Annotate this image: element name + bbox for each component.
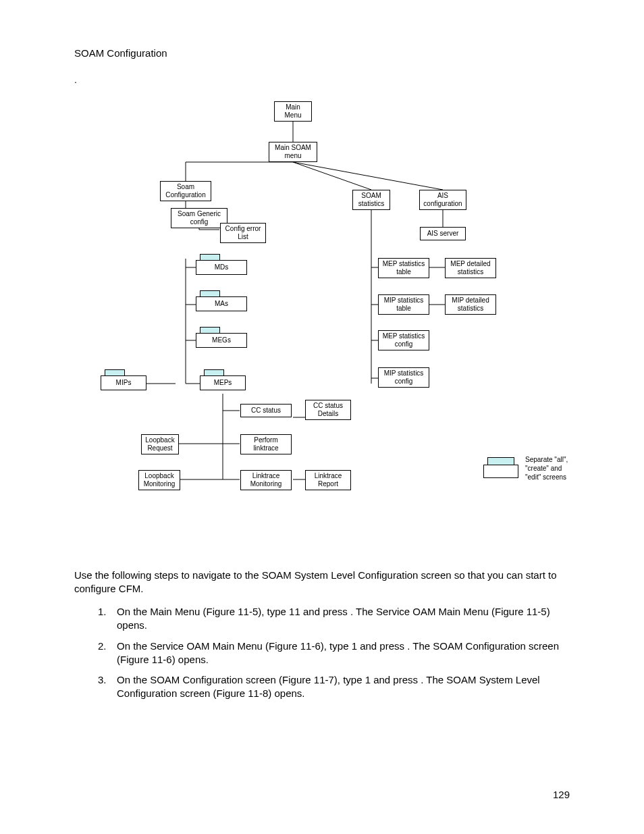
node-config-error-list: Config error List xyxy=(220,223,266,243)
node-main-soam-menu: Main SOAM menu xyxy=(269,142,317,162)
node-mep-statistics-table: MEP statistics table xyxy=(378,258,429,278)
node-mds: MDs xyxy=(196,260,247,275)
connector-lines xyxy=(0,95,644,513)
node-perform-linktrace: Perform linktrace xyxy=(240,434,292,454)
node-mip-statistics-table: MIP statistics table xyxy=(378,294,429,315)
node-megs: MEGs xyxy=(196,333,247,348)
node-mep-detailed-statistics: MEP detailed statistics xyxy=(445,258,496,278)
step-body: On the SOAM Configuration screen (Figure… xyxy=(117,673,574,701)
svg-line-3 xyxy=(293,162,443,190)
node-mep-statistics-config: MEP statistics config xyxy=(378,330,429,350)
menu-hierarchy-diagram: Main Menu Main SOAM menu Soam Configurat… xyxy=(0,95,644,500)
step-2: 2. On the Service OAM Main Menu (Figure … xyxy=(98,640,574,667)
node-main-menu: Main Menu xyxy=(274,101,312,122)
node-mip-statistics-config: MIP statistics config xyxy=(378,367,429,388)
node-ais-configuration: AIS configuration xyxy=(419,190,466,210)
node-linktrace-monitoring: Linktrace Monitoring xyxy=(240,470,292,490)
step-body: On the Main Menu (Figure 11-5), type 11 … xyxy=(117,605,574,633)
steps-list: 1. On the Main Menu (Figure 11-5), type … xyxy=(98,605,574,708)
node-soam-statistics: SOAM statistics xyxy=(352,190,390,210)
intro-paragraph: Use the following steps to navigate to t… xyxy=(74,569,574,596)
node-loopback-request: Loopback Request xyxy=(141,434,179,454)
step-3: 3. On the SOAM Configuration screen (Fig… xyxy=(98,673,574,701)
svg-line-2 xyxy=(293,162,371,190)
node-soam-generic-config: Soam Generic config xyxy=(171,208,227,228)
dot: . xyxy=(74,74,77,85)
legend-box xyxy=(483,465,518,478)
node-linktrace-report: Linktrace Report xyxy=(305,470,351,490)
node-cc-status: CC status xyxy=(240,404,292,417)
node-mips: MIPs xyxy=(101,375,146,390)
node-ais-server: AIS server xyxy=(420,227,466,240)
node-mip-detailed-statistics: MIP detailed statistics xyxy=(445,294,496,315)
step-number: 3. xyxy=(98,673,117,701)
section-title: SOAM Configuration xyxy=(74,47,167,59)
step-1: 1. On the Main Menu (Figure 11-5), type … xyxy=(98,605,574,633)
node-loopback-monitoring: Loopback Monitoring xyxy=(138,470,180,490)
legend-text: Separate "all", "create" and "edit" scre… xyxy=(525,455,579,481)
node-soam-configuration: Soam Configuration xyxy=(160,181,211,201)
step-number: 1. xyxy=(98,605,117,633)
step-body: On the Service OAM Main Menu (Figure 11-… xyxy=(117,640,574,667)
node-meps: MEPs xyxy=(200,375,246,390)
step-number: 2. xyxy=(98,640,117,667)
node-cc-status-details: CC status Details xyxy=(305,400,351,420)
node-mas: MAs xyxy=(196,296,247,311)
page-number: 129 xyxy=(553,789,570,800)
